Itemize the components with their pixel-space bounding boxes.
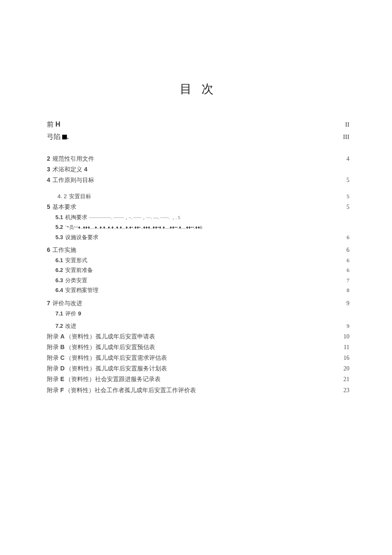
toc-entry-text-prefix: 附录 <box>47 344 61 350</box>
square-glyph <box>62 135 67 139</box>
toc-entry: 附录 E（资料性）社会安置跟进服务记录表21 <box>47 374 349 384</box>
toc-front-label-suffix: H <box>55 121 61 128</box>
toc-entry-appendix-letter: C <box>61 354 65 361</box>
toc-entry-number: 4 <box>47 176 50 183</box>
toc-entry-text-suffix: （资料性）孤儿成年后安置服务计划表 <box>66 365 167 372</box>
toc-entry: 6 工作实施6 <box>47 245 349 255</box>
toc-entry-page: 5 <box>346 202 349 212</box>
toc-entry-text: ···················. ·········，··. ·····… <box>89 215 181 220</box>
toc-entry-page: 6 <box>346 245 349 255</box>
toc-entry-text: 术浴和定义 <box>52 166 82 173</box>
toc-entry-page: 8 <box>347 285 350 295</box>
toc-entry-label: 附录 B（资料性）孤儿成年后安置预估表 <box>47 342 155 353</box>
toc-entry-page: 4 <box>84 164 87 175</box>
toc-entry-number: 7 <box>47 300 50 306</box>
toc-entry-label: 4. 2 安置目标 <box>58 191 91 201</box>
toc-entry-text: 规范性引用文件 <box>52 156 94 162</box>
toc-entry-number: 6.3 <box>55 277 63 283</box>
toc-entry: 6.4 安置档案管理8 <box>47 285 349 295</box>
toc-entry-appendix-letter: E <box>61 376 64 382</box>
toc-entry-number: 3 <box>47 166 50 173</box>
toc-entry-text-suffix: （资料性）社会工作者孤儿成年后安置工作评价表 <box>65 387 196 393</box>
toc-entry: 6.2 安置前准备6 <box>47 265 349 275</box>
toc-entry-label: 7 评价与改进 <box>47 298 82 309</box>
toc-entry: 5.1 机掏要求 ···················. ·········，… <box>47 212 349 222</box>
toc-entry-label: 附录 D（资料性）孤儿成年后安置服务计划表 <box>47 363 167 374</box>
toc-front-label-suffix: . <box>62 133 69 140</box>
toc-entry: 4 工作原则与目标5 <box>47 175 349 185</box>
toc-entry-number: 5.1 <box>55 214 63 220</box>
toc-entry-page: 6 <box>347 265 350 275</box>
toc-entry: 附录 B（资料性）孤儿成年后安置预估表11 <box>47 342 349 353</box>
toc-entry-text: 评价与改进 <box>52 300 82 306</box>
toc-entry: 7.2 改进9 <box>47 321 349 331</box>
toc-entry-number: 4. 2 <box>58 193 67 199</box>
toc-entry-number: 7.1 <box>55 310 63 317</box>
toc-entry-text: 安置目标 <box>69 193 91 199</box>
toc-front-label: 弓陷 <box>47 133 61 140</box>
toc-entry-page: 9 <box>347 321 350 331</box>
toc-entry: 4. 2 安置目标5 <box>47 191 349 201</box>
toc-entry-label: 附录 A（资料性）孤儿成年后安置申请表 <box>47 331 155 342</box>
toc-entry: 5.2 ˆ*员^^♦..♦♦♦....♦..♦.♦..♦.♦..♦.♦...♦.… <box>47 222 349 232</box>
toc-entry-text: 基本要求 <box>52 204 76 210</box>
toc-entry: 2 规范性引用文件4 <box>47 153 349 164</box>
toc-entry-appendix-letter: D <box>61 365 65 372</box>
toc-entry-text-suffix: （资料性）孤儿成年后安置申请表 <box>66 333 155 340</box>
toc-entry-number: 5.3 <box>55 234 63 240</box>
toc-entry-text-prefix: 附录 <box>47 355 61 361</box>
toc-entry-text: 工作实施 <box>52 247 76 253</box>
toc-entry-text-suffix: （资料性）孤儿成年后安置需求评估表 <box>66 355 167 361</box>
toc-entry-label: 7.2 改进 <box>55 321 76 331</box>
toc-entry: 附录 A（资料性）孤儿成年后安置申请表10 <box>47 331 349 342</box>
toc-entry: 6.3 分类安置7 <box>47 275 349 285</box>
toc-entry: 7.1 评价9 <box>47 309 349 318</box>
toc-entry-page: 21 <box>343 374 349 384</box>
toc-entry-number: 5 <box>47 203 50 210</box>
toc-entry-page: 10 <box>343 331 349 342</box>
toc-entry-text: 安置形式 <box>65 257 87 263</box>
toc-entry-label: 5 基本要求 <box>47 202 76 212</box>
toc-title: 目 次 <box>47 81 349 97</box>
toc-entry-number: 5.2 <box>55 224 63 230</box>
toc-entry-page: 16 <box>343 353 349 363</box>
toc-entry-text: 机掏要求 <box>64 214 89 220</box>
toc-entry-label: 6.4 安置档案管理 <box>55 285 98 295</box>
toc-entry-text: 安置前准备 <box>65 267 93 273</box>
toc-entry-label: 附录 E（资料性）社会安置跟进服务记录表 <box>47 374 161 384</box>
toc-entry-text: 分类安置 <box>65 277 87 283</box>
toc-entry-text-prefix: 附录 <box>47 365 61 372</box>
toc-entry-label: 附录 C（资料性）孤儿成年后安置需求评估表 <box>47 353 167 363</box>
toc-entry-page: 11 <box>344 342 349 353</box>
toc-entry: 3 术浴和定义4 <box>47 164 349 175</box>
toc-entry-number: 6.2 <box>55 267 63 273</box>
toc-entry-text-prefix: 附录 <box>47 333 61 340</box>
toc-front-matter: 前HII弓陷.III <box>47 119 349 143</box>
toc-entry-text: 评价 <box>65 310 76 317</box>
toc-entry-label: 2 规范性引用文件 <box>47 153 94 164</box>
toc-entry-text-prefix: 附录 <box>47 387 61 393</box>
toc-entry-number: 2 <box>47 155 50 162</box>
toc-entry-label: 5.1 机掏要求 ···················. ·········，… <box>55 212 180 222</box>
toc-entry-text: ˆ*员^^♦..♦♦♦....♦..♦.♦..♦.♦..♦.♦...♦.♦•.♦… <box>64 225 202 230</box>
toc-entry-page: 9 <box>346 298 349 309</box>
toc-entry: 附录 F（资料性）社会工作者孤儿成年后安置工作评价表23 <box>47 385 349 396</box>
toc-front-label: 前 <box>47 121 54 128</box>
toc-front-line: 前HII <box>47 119 349 131</box>
toc-entry-text-suffix: （资料性）孤儿成年后安置预估表 <box>66 344 155 350</box>
toc-entry-label: 5.3 设施设备要求 <box>55 232 98 242</box>
toc-entry-label: 3 术浴和定义 <box>47 164 82 175</box>
toc-entry-text: 安置档案管理 <box>65 287 98 293</box>
toc-entry: 附录 C（资料性）孤儿成年后安置需求评估表16 <box>47 353 349 363</box>
toc-entry-label: 7.1 评价 <box>55 309 76 318</box>
toc-entry-appendix-letter: B <box>61 344 65 350</box>
toc-entry-page: 5 <box>346 175 349 185</box>
toc-entry: 5 基本要求5 <box>47 202 349 212</box>
spacer <box>47 143 349 153</box>
toc-entry-page: 5 <box>347 191 350 201</box>
toc-entry-page: 23 <box>343 385 349 396</box>
toc-entry-label: 6 工作实施 <box>47 245 76 255</box>
toc-entry-number: 7.2 <box>55 323 63 329</box>
toc-entry-appendix-letter: F <box>61 387 64 393</box>
toc-front-page: III <box>343 131 349 143</box>
